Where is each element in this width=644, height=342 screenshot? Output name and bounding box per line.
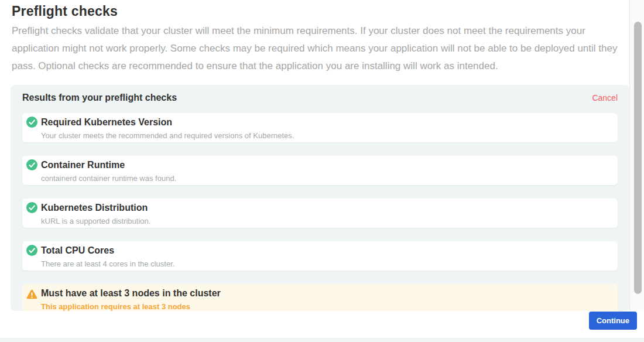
check-circle-icon: [26, 117, 37, 128]
preflight-checks-list: Required Kubernetes Version Your cluster…: [22, 113, 618, 311]
check-circle-icon: [26, 245, 37, 256]
bottom-strip: [0, 338, 644, 342]
preflight-page: Preflight checks Preflight checks valida…: [0, 0, 644, 342]
check-message: This application requires at least 3 nod…: [41, 302, 608, 311]
page-title: Preflight checks: [12, 4, 118, 19]
scrollbar-thumb[interactable]: [634, 22, 642, 294]
preflight-check-card: Total CPU Cores There are at least 4 cor…: [22, 241, 618, 271]
panel-title: Results from your preflight checks: [22, 93, 177, 103]
cancel-link[interactable]: Cancel: [592, 93, 618, 102]
preflight-check-card: Container Runtime containerd container r…: [22, 156, 618, 185]
check-message: Your cluster meets the recommended and r…: [41, 131, 608, 140]
check-title: Must have at least 3 nodes in the cluste…: [41, 288, 608, 299]
warning-triangle-icon: [26, 289, 37, 300]
check-message: containerd container runtime was found.: [41, 174, 608, 183]
check-message: kURL is a supported distribution.: [41, 217, 608, 225]
preflight-check-card: Kubernetes Distribution kURL is a suppor…: [22, 199, 618, 228]
check-title: Container Runtime: [41, 159, 608, 170]
footer-bar: Continue: [0, 311, 644, 338]
continue-button[interactable]: Continue: [589, 312, 637, 330]
preflight-results-panel: Results from your preflight checks Cance…: [11, 85, 629, 311]
scrollbar-track[interactable]: [629, 0, 644, 311]
page-description: Preflight checks validate that your clus…: [12, 22, 625, 75]
preflight-check-card: Required Kubernetes Version Your cluster…: [22, 113, 618, 142]
check-title: Required Kubernetes Version: [41, 117, 608, 128]
check-circle-icon: [26, 202, 37, 213]
check-title: Kubernetes Distribution: [41, 202, 608, 213]
check-title: Total CPU Cores: [41, 245, 608, 256]
panel-header: Results from your preflight checks Cance…: [22, 85, 618, 103]
check-circle-icon: [26, 159, 37, 170]
check-message: There are at least 4 cores in the cluste…: [41, 259, 608, 268]
preflight-check-card: Must have at least 3 nodes in the cluste…: [22, 284, 618, 311]
